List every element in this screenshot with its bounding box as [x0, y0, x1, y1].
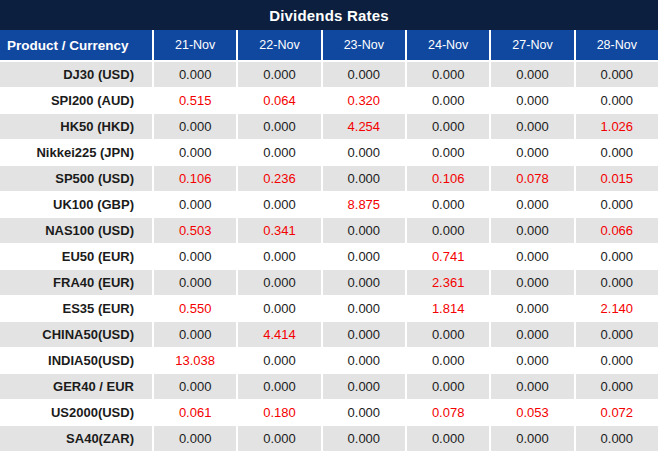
value-cell: 0.000 — [407, 114, 489, 139]
value-cell: 0.000 — [154, 62, 236, 87]
value-cell: 0.000 — [154, 114, 236, 139]
value-cell: 0.000 — [407, 192, 489, 217]
table-row: NAS100 (USD) 0.503 0.341 0.000 0.000 0.0… — [0, 218, 658, 243]
table-row: SP500 (USD) 0.106 0.236 0.000 0.106 0.07… — [0, 166, 658, 191]
product-cell: ES35 (EUR) — [0, 296, 152, 321]
value-cell: 0.000 — [154, 244, 236, 269]
value-cell: 0.000 — [407, 348, 489, 373]
value-cell: 0.000 — [323, 374, 405, 399]
value-cell: 0.000 — [491, 270, 573, 295]
value-cell: 0.106 — [154, 166, 236, 191]
column-header-product-currency: Product / Currency — [0, 30, 152, 60]
value-cell: 0.000 — [154, 322, 236, 347]
value-cell: 0.000 — [576, 192, 658, 217]
value-cell: 0.000 — [323, 426, 405, 451]
value-cell: 0.000 — [407, 374, 489, 399]
value-cell: 0.000 — [491, 114, 573, 139]
column-header-date-3: 23-Nov — [323, 30, 405, 60]
column-header-date-2: 22-Nov — [238, 30, 320, 60]
table-row: SA40(ZAR) 0.000 0.000 0.000 0.000 0.000 … — [0, 426, 658, 451]
value-cell: 0.078 — [491, 166, 573, 191]
value-cell: 0.000 — [238, 296, 320, 321]
value-cell: 0.000 — [323, 166, 405, 191]
value-cell: 0.053 — [491, 400, 573, 425]
product-cell: Nikkei225 (JPN) — [0, 140, 152, 165]
column-header-date-1: 21-Nov — [154, 30, 236, 60]
table-row: GER40 / EUR 0.000 0.000 0.000 0.000 0.00… — [0, 374, 658, 399]
value-cell: 0.000 — [154, 140, 236, 165]
value-cell: 0.000 — [407, 88, 489, 113]
column-header-date-5: 27-Nov — [491, 30, 573, 60]
value-cell: 0.000 — [491, 322, 573, 347]
value-cell: 0.000 — [238, 270, 320, 295]
product-cell: SPI200 (AUD) — [0, 88, 152, 113]
value-cell: 0.066 — [576, 218, 658, 243]
value-cell: 0.503 — [154, 218, 236, 243]
table-row: EU50 (EUR) 0.000 0.000 0.000 0.741 0.000… — [0, 244, 658, 269]
value-cell: 0.000 — [491, 88, 573, 113]
value-cell: 0.000 — [323, 270, 405, 295]
value-cell: 0.000 — [238, 62, 320, 87]
product-cell: CHINA50(USD) — [0, 322, 152, 347]
value-cell: 0.000 — [238, 374, 320, 399]
product-cell: HK50 (HKD) — [0, 114, 152, 139]
product-cell: US2000(USD) — [0, 400, 152, 425]
product-cell: INDIA50(USD) — [0, 348, 152, 373]
table-row: SPI200 (AUD) 0.515 0.064 0.320 0.000 0.0… — [0, 88, 658, 113]
value-cell: 0.078 — [407, 400, 489, 425]
table-row: CHINA50(USD) 0.000 4.414 0.000 0.000 0.0… — [0, 322, 658, 347]
value-cell: 0.000 — [576, 348, 658, 373]
value-cell: 0.180 — [238, 400, 320, 425]
value-cell: 0.000 — [323, 62, 405, 87]
value-cell: 0.061 — [154, 400, 236, 425]
value-cell: 0.000 — [323, 348, 405, 373]
table-row: DJ30 (USD) 0.000 0.000 0.000 0.000 0.000… — [0, 62, 658, 87]
table-row: ES35 (EUR) 0.550 0.000 0.000 1.814 0.000… — [0, 296, 658, 321]
table-row: US2000(USD) 0.061 0.180 0.000 0.078 0.05… — [0, 400, 658, 425]
value-cell: 0.000 — [154, 426, 236, 451]
value-cell: 1.814 — [407, 296, 489, 321]
product-cell: UK100 (GBP) — [0, 192, 152, 217]
dividends-rates-widget: Dividends Rates Product / Currency 21-No… — [0, 0, 658, 451]
product-cell: NAS100 (USD) — [0, 218, 152, 243]
value-cell: 0.072 — [576, 400, 658, 425]
product-cell: GER40 / EUR — [0, 374, 152, 399]
product-cell: DJ30 (USD) — [0, 62, 152, 87]
value-cell: 8.875 — [323, 192, 405, 217]
value-cell: 0.000 — [323, 244, 405, 269]
value-cell: 0.000 — [407, 62, 489, 87]
value-cell: 0.000 — [576, 62, 658, 87]
value-cell: 0.000 — [323, 140, 405, 165]
value-cell: 0.000 — [238, 192, 320, 217]
value-cell: 0.000 — [407, 218, 489, 243]
table-row: INDIA50(USD) 13.038 0.000 0.000 0.000 0.… — [0, 348, 658, 373]
value-cell: 0.000 — [154, 270, 236, 295]
value-cell: 0.000 — [238, 114, 320, 139]
value-cell: 0.000 — [491, 62, 573, 87]
value-cell: 0.000 — [576, 140, 658, 165]
value-cell: 0.000 — [576, 88, 658, 113]
value-cell: 0.000 — [576, 244, 658, 269]
value-cell: 0.000 — [323, 400, 405, 425]
value-cell: 0.000 — [491, 426, 573, 451]
value-cell: 0.000 — [576, 322, 658, 347]
table-row: FRA40 (EUR) 0.000 0.000 0.000 2.361 0.00… — [0, 270, 658, 295]
value-cell: 0.000 — [576, 270, 658, 295]
value-cell: 0.000 — [238, 426, 320, 451]
value-cell: 0.000 — [154, 192, 236, 217]
column-header-date-4: 24-Nov — [407, 30, 489, 60]
value-cell: 0.000 — [407, 140, 489, 165]
value-cell: 0.000 — [491, 140, 573, 165]
value-cell: 0.320 — [323, 88, 405, 113]
table-header-row: Product / Currency 21-Nov 22-Nov 23-Nov … — [0, 30, 658, 60]
table-title: Dividends Rates — [0, 0, 658, 30]
value-cell: 0.000 — [491, 218, 573, 243]
value-cell: 0.000 — [407, 426, 489, 451]
value-cell: 0.000 — [491, 374, 573, 399]
value-cell: 0.000 — [491, 348, 573, 373]
value-cell: 1.026 — [576, 114, 658, 139]
value-cell: 0.236 — [238, 166, 320, 191]
value-cell: 0.550 — [154, 296, 236, 321]
value-cell: 0.000 — [238, 348, 320, 373]
value-cell: 0.000 — [576, 426, 658, 451]
